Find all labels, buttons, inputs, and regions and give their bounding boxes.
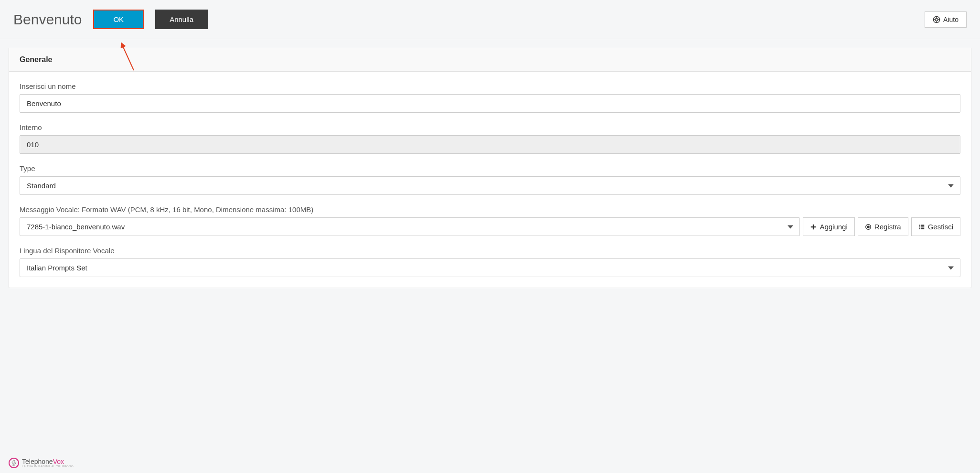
type-select-wrapper: Standard	[20, 176, 960, 195]
content-area: Generale Inserisci un nome Interno Type …	[0, 39, 980, 297]
manage-button-label: Gestisci	[928, 223, 953, 231]
svg-rect-17	[921, 228, 924, 229]
list-icon	[918, 224, 925, 230]
record-button[interactable]: Registra	[858, 217, 908, 236]
plus-icon	[810, 224, 817, 230]
ok-button[interactable]: OK	[93, 10, 144, 29]
form-group-interno: Interno	[20, 123, 960, 154]
interno-label: Interno	[20, 123, 960, 131]
manage-button[interactable]: Gestisci	[911, 217, 960, 236]
form-group-voice-message: Messaggio Vocale: Formato WAV (PCM, 8 kH…	[20, 205, 960, 236]
form-group-language: Lingua del Risponitore Vocale Italian Pr…	[20, 247, 960, 277]
voice-message-input-group: 7285-1-bianco_benvenuto.wav Aggiungi	[20, 217, 960, 236]
svg-point-11	[867, 226, 869, 227]
record-button-label: Registra	[874, 223, 901, 231]
svg-rect-15	[921, 226, 924, 227]
form-group-name: Inserisci un nome	[20, 82, 960, 113]
language-label: Lingua del Risponitore Vocale	[20, 247, 960, 255]
name-input[interactable]	[20, 94, 960, 113]
voice-message-select-wrapper: 7285-1-bianco_benvenuto.wav	[20, 217, 800, 236]
record-icon	[865, 224, 872, 230]
language-select[interactable]: Italian Prompts Set	[20, 258, 960, 277]
general-panel: Generale Inserisci un nome Interno Type …	[9, 48, 971, 288]
svg-rect-13	[921, 225, 924, 226]
help-button[interactable]: Aiuto	[925, 11, 967, 28]
add-button[interactable]: Aggiungi	[803, 217, 854, 236]
type-select[interactable]: Standard	[20, 176, 960, 195]
panel-title: Generale	[9, 48, 971, 72]
language-select-wrapper: Italian Prompts Set	[20, 258, 960, 277]
svg-rect-16	[919, 228, 920, 229]
voice-message-select[interactable]: 7285-1-bianco_benvenuto.wav	[20, 217, 800, 236]
svg-point-1	[935, 18, 937, 21]
page-header: Benvenuto OK Annulla Aiuto	[0, 0, 980, 39]
form-group-type: Type Standard	[20, 164, 960, 195]
name-label: Inserisci un nome	[20, 82, 960, 90]
svg-rect-14	[919, 226, 920, 227]
page-title: Benvenuto	[13, 11, 82, 28]
svg-rect-9	[811, 226, 816, 227]
help-button-label: Aiuto	[943, 16, 959, 23]
panel-body: Inserisci un nome Interno Type Standard …	[9, 72, 971, 288]
header-left: Benvenuto OK Annulla	[13, 10, 208, 29]
add-button-label: Aggiungi	[820, 223, 847, 231]
help-icon	[933, 16, 940, 23]
cancel-button[interactable]: Annulla	[155, 10, 208, 29]
svg-rect-12	[919, 225, 920, 226]
interno-input	[20, 135, 960, 154]
voice-message-label: Messaggio Vocale: Formato WAV (PCM, 8 kH…	[20, 205, 960, 214]
type-label: Type	[20, 164, 960, 172]
